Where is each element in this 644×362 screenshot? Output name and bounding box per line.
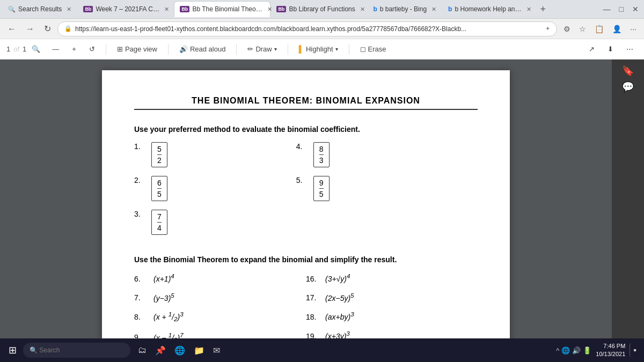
- refresh-button[interactable]: ↻: [41, 21, 54, 36]
- favorites-button[interactable]: ☆: [576, 23, 589, 35]
- tab-label-binomial: Bb The Binomial Theo…: [192, 5, 262, 13]
- prob5-bot: 5: [319, 189, 324, 198]
- comment-icon[interactable]: 💬: [622, 81, 634, 93]
- problem-16: 16. (3+√y)4: [306, 272, 478, 283]
- zoom-in-button[interactable]: +: [68, 43, 80, 55]
- prob2-bot: 5: [157, 189, 162, 198]
- taskbar-edge-icon[interactable]: 🌐: [171, 343, 188, 358]
- problem-8: 8. (x + 1/2)3: [134, 311, 306, 322]
- highlight-icon: ▌: [299, 45, 304, 53]
- prob3-top: 7: [157, 212, 162, 223]
- prob5-top: 9: [319, 179, 324, 189]
- network-tray-icon[interactable]: 🌐: [561, 346, 570, 354]
- erase-button[interactable]: ◻ Erase: [356, 43, 391, 55]
- tab-bar: 🔍 Search Results ✕ Bb Week 7 – 2021FA C……: [0, 0, 644, 19]
- forward-button[interactable]: →: [23, 22, 38, 36]
- tab-homework[interactable]: b b Homework Help an… ✕: [442, 1, 537, 17]
- lock-icon: 🔒: [64, 25, 72, 32]
- prob1-top: 5: [157, 145, 162, 155]
- tab-close-library[interactable]: ✕: [360, 6, 365, 13]
- rotate-button[interactable]: ↺: [85, 43, 99, 55]
- find-button[interactable]: 🔍: [28, 43, 43, 55]
- problem-1: 1. 5 2: [134, 142, 167, 167]
- zoom-out-button[interactable]: —: [48, 43, 63, 55]
- erase-icon: ◻: [360, 45, 366, 53]
- page-info: 1 of 1 🔍: [6, 43, 43, 55]
- tab-close-search[interactable]: ✕: [67, 6, 71, 13]
- coeff-problems: 1. 5 2 2. 6 5: [134, 142, 478, 245]
- back-button[interactable]: ←: [4, 22, 19, 36]
- taskbar-pin1-icon[interactable]: 📌: [152, 343, 169, 358]
- problem-6: 6. (x+1)4: [134, 272, 306, 283]
- highlight-button[interactable]: ▌ Highlight ▾: [295, 43, 342, 55]
- tab-close-homework[interactable]: ✕: [526, 6, 531, 13]
- read-aloud-button[interactable]: 🔊 Read aloud: [175, 43, 230, 55]
- tab-binomial[interactable]: Bb Bb The Binomial Theo… ✕: [174, 1, 270, 17]
- extensions-button[interactable]: ⚙: [560, 23, 574, 35]
- battery-tray-icon[interactable]: 🔋: [583, 346, 591, 354]
- tab-week7[interactable]: Bb Week 7 – 2021FA C… ✕: [77, 1, 174, 17]
- taskbar-search-input[interactable]: [23, 343, 130, 358]
- taskbar-right: ^ 🌐 🔊 🔋 7:46 PM 10/13/2021 ▪: [556, 342, 640, 359]
- more-pdf-button[interactable]: ⋯: [622, 43, 638, 55]
- expand-problems: 6. (x+1)4 7. (y−3)5 8. (x + 1/2)3 9.: [134, 272, 478, 338]
- zoom-out-icon: —: [52, 45, 59, 53]
- start-button[interactable]: ⊞: [4, 342, 21, 358]
- week7-favicon: Bb: [83, 6, 93, 12]
- tab-label-search: Search Results: [18, 5, 62, 13]
- draw-button[interactable]: ✏ Draw ▾: [243, 43, 281, 55]
- taskbar-pinned-icons: 🗂 📌 🌐 📁 ✉: [135, 343, 223, 358]
- refresh-addr-icon: ✦: [545, 25, 550, 32]
- library-favicon: Bb: [276, 6, 286, 12]
- problem-9: 9. (x − 1/2)7: [134, 331, 306, 338]
- tab-close-binomial[interactable]: ✕: [267, 6, 272, 13]
- problem-18: 18. (ax+by)3: [306, 311, 478, 321]
- prob1-num: 1.: [134, 142, 147, 151]
- section2-header: Use the Binomial Theorem to expand the b…: [134, 255, 478, 264]
- maximize-button[interactable]: □: [616, 5, 627, 13]
- tab-library[interactable]: Bb Bb Library of Functions ✕: [270, 1, 367, 17]
- tab-close-bartleby[interactable]: ✕: [431, 6, 436, 13]
- taskbar-explorer-icon[interactable]: 🗂: [135, 343, 150, 358]
- page-view-button[interactable]: ⊞ Page view: [113, 43, 162, 55]
- tab-bartleby[interactable]: b b bartleby - Bing ✕: [367, 1, 442, 17]
- show-desktop-button[interactable]: ▪: [630, 343, 640, 357]
- tab-label-homework: b Homework Help an…: [455, 5, 521, 13]
- pdf-toolbar: 1 of 1 🔍 — + ↺ ⊞ Page view 🔊 Read aloud …: [0, 39, 644, 60]
- share-button[interactable]: ↗: [584, 43, 599, 55]
- pdf-page: THE BINOMIAL THEOREM: BINOMIAL EXPANSION…: [102, 70, 510, 338]
- problem-19: 19. (x+3y)3: [306, 330, 478, 338]
- profile-button[interactable]: 👤: [609, 23, 625, 35]
- page-view-icon: ⊞: [117, 45, 123, 53]
- tray-expand-icon[interactable]: ^: [556, 346, 559, 354]
- new-tab-button[interactable]: +: [537, 4, 550, 15]
- search-favicon: 🔍: [8, 6, 16, 13]
- rotate-icon: ↺: [89, 45, 95, 53]
- page-total-label: 1: [23, 45, 26, 53]
- expand-left: 6. (x+1)4 7. (y−3)5 8. (x + 1/2)3 9.: [134, 272, 306, 338]
- save-button[interactable]: ⬇: [603, 43, 618, 55]
- prob5-num: 5.: [296, 176, 309, 184]
- minimize-button[interactable]: —: [600, 5, 614, 13]
- clock[interactable]: 7:46 PM 10/13/2021: [596, 342, 625, 359]
- pdf-viewer[interactable]: THE BINOMIAL THEOREM: BINOMIAL EXPANSION…: [0, 60, 612, 338]
- tab-label-library: Bb Library of Functions: [289, 5, 355, 13]
- zoom-in-icon: +: [72, 45, 76, 53]
- taskbar-mail-icon[interactable]: ✉: [210, 343, 223, 358]
- binomial-favicon: Bb: [180, 6, 189, 12]
- prob4-fraction: 8 3: [313, 142, 330, 167]
- volume-tray-icon[interactable]: 🔊: [572, 346, 581, 354]
- taskbar-files-icon[interactable]: 📁: [191, 343, 208, 358]
- bartleby-favicon: b: [373, 5, 377, 13]
- prob3-num: 3.: [134, 210, 147, 218]
- more-button[interactable]: ···: [627, 23, 640, 35]
- collections-button[interactable]: 📋: [591, 23, 607, 35]
- address-bar[interactable]: 🔒 https://learn-us-east-1-prod-fleet01-x…: [57, 21, 557, 36]
- bookmark-icon[interactable]: 🔖: [622, 65, 634, 77]
- close-button[interactable]: ✕: [629, 5, 642, 13]
- system-tray: ^ 🌐 🔊 🔋: [556, 346, 591, 354]
- tab-close-week7[interactable]: ✕: [164, 6, 169, 13]
- draw-icon: ✏: [247, 45, 253, 53]
- tab-search-results[interactable]: 🔍 Search Results ✕: [2, 1, 77, 17]
- prob3-bot: 4: [157, 223, 162, 232]
